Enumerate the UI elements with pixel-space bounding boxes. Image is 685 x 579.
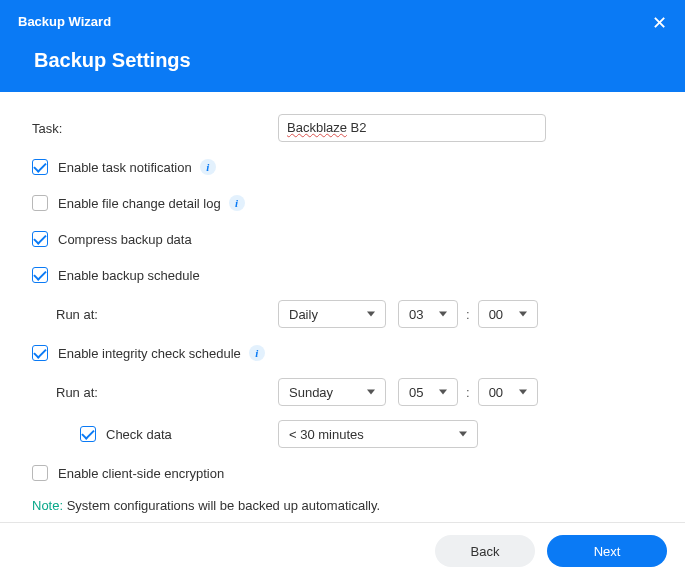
note-body: System configurations will be backed up … [63, 498, 380, 513]
integrity-minute-select[interactable]: 00 [478, 378, 538, 406]
task-name-rest: B2 [347, 120, 367, 135]
note-label: Note: [32, 498, 63, 513]
schedule-runat-label: Run at: [56, 307, 98, 322]
enable-filelog-label: Enable file change detail log [58, 196, 221, 211]
schedule-minute-select[interactable]: 00 [478, 300, 538, 328]
checkdata-duration-select[interactable]: < 30 minutes [278, 420, 478, 448]
checkdata-row: Check data < 30 minutes [32, 420, 653, 448]
enable-notification-checkbox[interactable] [32, 159, 48, 175]
task-name-input[interactable]: Backblaze B2 [278, 114, 546, 142]
schedule-frequency-value: Daily [289, 307, 318, 322]
integrity-minute-value: 00 [489, 385, 503, 400]
checkdata-duration-value: < 30 minutes [289, 427, 364, 442]
enable-encryption-label: Enable client-side encryption [58, 466, 224, 481]
enable-filelog-checkbox[interactable] [32, 195, 48, 211]
schedule-runat-row: Run at: Daily 03 : 00 [32, 300, 653, 328]
enable-schedule-checkbox[interactable] [32, 267, 48, 283]
integrity-day-value: Sunday [289, 385, 333, 400]
integrity-runat-row: Run at: Sunday 05 : 00 [32, 378, 653, 406]
wizard-footer: Back Next [0, 522, 685, 579]
task-name-misspell: Backblaze [287, 120, 347, 135]
enable-compress-checkbox[interactable] [32, 231, 48, 247]
wizard-title: Backup Wizard [18, 14, 667, 29]
back-button[interactable]: Back [435, 535, 535, 567]
schedule-minute-value: 00 [489, 307, 503, 322]
page-title: Backup Settings [34, 49, 667, 72]
enable-notification-row: Enable task notification i [32, 156, 653, 178]
schedule-hour-select[interactable]: 03 [398, 300, 458, 328]
settings-form: Task: Backblaze B2 Enable task notificat… [0, 92, 685, 523]
next-button[interactable]: Next [547, 535, 667, 567]
enable-compress-row: Compress backup data [32, 228, 653, 250]
note-text: Note: System configurations will be back… [32, 498, 653, 513]
info-icon[interactable]: i [229, 195, 245, 211]
enable-schedule-row: Enable backup schedule [32, 264, 653, 286]
task-label: Task: [32, 121, 62, 136]
schedule-frequency-select[interactable]: Daily [278, 300, 386, 328]
integrity-hour-select[interactable]: 05 [398, 378, 458, 406]
enable-integrity-label: Enable integrity check schedule [58, 346, 241, 361]
enable-integrity-row: Enable integrity check schedule i [32, 342, 653, 364]
enable-integrity-checkbox[interactable] [32, 345, 48, 361]
integrity-runat-label: Run at: [56, 385, 98, 400]
integrity-day-select[interactable]: Sunday [278, 378, 386, 406]
info-icon[interactable]: i [249, 345, 265, 361]
enable-encryption-row: Enable client-side encryption [32, 462, 653, 484]
enable-compress-label: Compress backup data [58, 232, 192, 247]
checkdata-checkbox[interactable] [80, 426, 96, 442]
wizard-header: Backup Wizard ✕ Backup Settings [0, 0, 685, 92]
close-icon[interactable]: ✕ [652, 12, 667, 34]
checkdata-label: Check data [106, 427, 172, 442]
info-icon[interactable]: i [200, 159, 216, 175]
enable-notification-label: Enable task notification [58, 160, 192, 175]
integrity-hour-value: 05 [409, 385, 423, 400]
time-colon: : [466, 307, 470, 322]
enable-schedule-label: Enable backup schedule [58, 268, 200, 283]
task-row: Task: Backblaze B2 [32, 114, 653, 142]
schedule-hour-value: 03 [409, 307, 423, 322]
time-colon: : [466, 385, 470, 400]
enable-encryption-checkbox[interactable] [32, 465, 48, 481]
enable-filelog-row: Enable file change detail log i [32, 192, 653, 214]
